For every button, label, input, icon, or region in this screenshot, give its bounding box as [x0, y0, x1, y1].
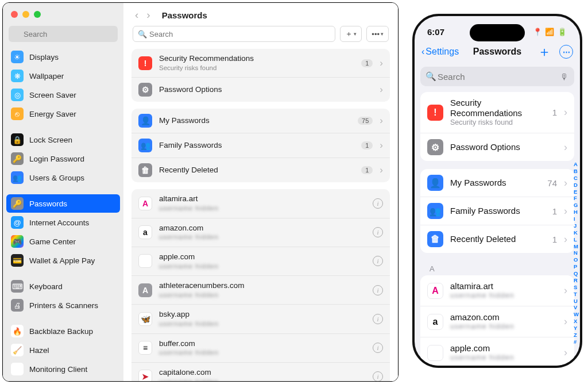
row-recently-deleted[interactable]: 🗑Recently Deleted1› [420, 225, 574, 253]
sidebar-item-screen-saver[interactable]: ◎Screen Saver [6, 86, 120, 104]
index-L[interactable]: L [574, 236, 579, 243]
sidebar-item-wallet[interactable]: 💳Wallet & Apple Pay [6, 251, 120, 270]
my-passwords-icon: 👤 [427, 175, 443, 191]
row-subtitle: Security risks found [159, 64, 354, 72]
add-button[interactable]: ＋▾ [340, 26, 362, 42]
index-M[interactable]: M [574, 243, 579, 250]
index-D[interactable]: D [574, 182, 579, 189]
index-J[interactable]: J [574, 222, 579, 229]
row-buffer[interactable]: ≡buffer.comusername hiddeni [131, 334, 390, 363]
sidebar-item-lock-screen[interactable]: 🔒Lock Screen [6, 130, 120, 149]
security-recommendations-icon: ! [427, 105, 443, 121]
sidebar-item-backblaze[interactable]: 🔥Backblaze Backup [6, 322, 120, 340]
sidebar-item-keyboard[interactable]: ⌨Keyboard [6, 277, 120, 295]
index-E[interactable]: E [574, 189, 579, 195]
info-icon[interactable]: i [373, 371, 383, 381]
alpha-index[interactable]: ABCDEFGHIJKLMNOPQRSTUVWXYZ# [574, 161, 579, 345]
row-username: username hidden [450, 291, 557, 300]
row-security-recommendations[interactable]: !Security RecommendationsSecurity risks … [131, 49, 390, 78]
page-title: Passwords [162, 10, 207, 20]
sidebar-item-printers[interactable]: 🖨Printers & Scanners [6, 296, 120, 314]
row-family-passwords[interactable]: 👥Family Passwords1› [420, 197, 574, 225]
index-Z[interactable]: Z [574, 332, 579, 339]
row-capitalone[interactable]: ➤capitalone.comusername hiddeni [131, 363, 390, 381]
ios-search-input[interactable] [420, 67, 574, 86]
chevron-down-icon: ▾ [381, 31, 384, 37]
minimize-icon[interactable] [22, 11, 29, 18]
sidebar-item-label: Monitoring Client [29, 365, 87, 374]
row-my-passwords[interactable]: 👤My Passwords74› [420, 169, 574, 197]
nav-back-icon[interactable]: ‹ [135, 9, 138, 21]
index-P[interactable]: P [574, 263, 579, 270]
index-K[interactable]: K [574, 229, 579, 236]
section-header-a: A [420, 261, 574, 275]
index-U[interactable]: U [574, 298, 579, 305]
back-button[interactable]: ‹Settings [421, 47, 459, 57]
row-title: apple.com [450, 343, 557, 354]
info-icon[interactable]: i [373, 227, 383, 237]
sidebar-item-label: Passwords [29, 199, 67, 208]
sidebar-item-hazel[interactable]: 🧹Hazel [6, 341, 120, 359]
row-bsky[interactable]: 🦋bsky.appusername hiddeni [131, 305, 390, 333]
info-icon[interactable]: i [373, 343, 383, 353]
index-Y[interactable]: Y [574, 325, 579, 332]
sidebar-item-displays[interactable]: ☀Displays [6, 48, 120, 66]
sidebar-item-monitoring[interactable]: 🛡Monitoring Client [6, 360, 120, 378]
index-#[interactable]: # [574, 339, 579, 345]
info-icon[interactable]: i [373, 314, 383, 324]
sidebar-item-game-center[interactable]: 🎮Game Center [6, 232, 120, 251]
index-G[interactable]: G [574, 202, 579, 209]
row-altamira[interactable]: Aaltamira.artusername hiddeni [131, 189, 390, 218]
index-A[interactable]: A [574, 161, 579, 168]
sidebar-item-wallpaper[interactable]: ❋Wallpaper [6, 67, 120, 85]
more-button[interactable]: ⋯ [559, 45, 573, 59]
index-N[interactable]: N [574, 249, 579, 256]
sidebar-item-users-groups[interactable]: 👥Users & Groups [6, 168, 120, 187]
index-O[interactable]: O [574, 256, 579, 263]
sidebar-search-input[interactable] [9, 26, 118, 42]
sidebar-item-energy-saver[interactable]: ⎋Energy Saver [6, 105, 120, 123]
row-family-passwords[interactable]: 👥Family Passwords1› [131, 133, 390, 158]
sidebar-item-internet-accounts[interactable]: @Internet Accounts [6, 213, 120, 232]
row-password-options[interactable]: ⚙Password Options› [420, 133, 574, 161]
row-password-options[interactable]: ⚙Password Options› [131, 78, 390, 102]
sidebar-item-label: Wallpaper [29, 72, 64, 80]
index-W[interactable]: W [574, 311, 579, 318]
row-amazon[interactable]: aamazon.comusername hidden› [420, 306, 574, 337]
microphone-icon[interactable]: 🎙 [560, 72, 568, 82]
index-S[interactable]: S [574, 284, 579, 291]
info-icon[interactable]: i [373, 198, 383, 209]
keyboard-icon: ⌨ [11, 280, 24, 293]
info-icon[interactable]: i [373, 256, 383, 266]
index-F[interactable]: F [574, 195, 579, 202]
index-H[interactable]: H [574, 209, 579, 216]
row-security-recommendations[interactable]: !Security RecommendationsSecurity risks … [420, 92, 574, 133]
row-recently-deleted[interactable]: 🗑Recently Deleted1› [131, 158, 390, 182]
nav-forward-icon[interactable]: › [146, 9, 150, 21]
close-icon[interactable] [11, 11, 18, 18]
zoom-icon[interactable] [34, 11, 41, 18]
count-badge: 1 [361, 166, 373, 174]
index-C[interactable]: C [574, 175, 579, 182]
index-T[interactable]: T [574, 291, 579, 298]
info-icon[interactable]: i [373, 285, 383, 295]
row-athleterace[interactable]: Aathleteracenumbers.comusername hiddeni [131, 276, 390, 305]
index-V[interactable]: V [574, 304, 579, 311]
sidebar-item-login-password[interactable]: 🔑Login Password [6, 149, 120, 168]
row-my-passwords[interactable]: 👤My Passwords75› [131, 109, 390, 133]
row-altamira[interactable]: Aaltamira.artusername hidden› [420, 275, 574, 306]
index-Q[interactable]: Q [574, 270, 579, 277]
index-I[interactable]: I [574, 216, 579, 222]
row-amazon[interactable]: aamazon.comusername hiddeni [131, 218, 390, 247]
more-button[interactable]: •••▾ [366, 26, 389, 42]
altamira-icon: A [138, 197, 152, 210]
index-X[interactable]: X [574, 318, 579, 325]
index-B[interactable]: B [574, 168, 579, 175]
row-apple[interactable]: apple.comusername hidden› [420, 337, 574, 367]
main-search-input[interactable] [133, 26, 335, 42]
index-R[interactable]: R [574, 277, 579, 284]
sidebar-item-passwords[interactable]: 🔑Passwords [6, 194, 120, 213]
sidebar-item-label: Game Center [29, 237, 76, 246]
row-apple[interactable]: apple.comusername hiddeni [131, 247, 390, 276]
add-button[interactable]: ＋ [537, 43, 551, 61]
